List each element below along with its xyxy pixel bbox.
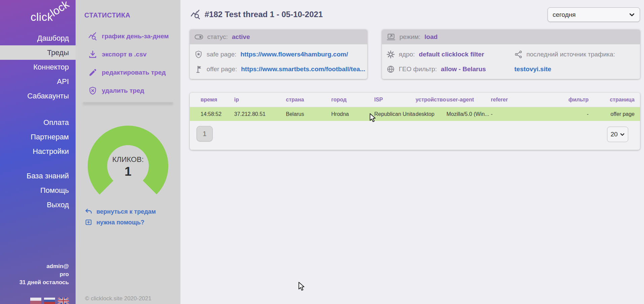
main-content: #182 Test thread 1 - 05-10-2021 сегодня …	[180, 0, 644, 304]
status-value: active	[232, 33, 250, 41]
cell-isp: Republican Unita...	[374, 111, 416, 117]
gauge-value: 1	[88, 165, 168, 179]
sidebar: click lock Дашборд Треды Коннектор API С…	[0, 0, 76, 304]
cell-filter: -	[568, 111, 589, 117]
pencil-icon	[88, 68, 97, 77]
column-header-page: страница	[589, 97, 635, 103]
chart-zoom-icon	[88, 32, 97, 41]
status-label: статус:	[207, 33, 228, 41]
undo-icon	[85, 208, 92, 215]
toggle-icon	[195, 33, 203, 41]
stats-links: вернуться к тредам нужна помощь?	[85, 206, 156, 228]
column-header-city: город	[331, 97, 374, 103]
russia-flag-icon[interactable]	[44, 298, 55, 304]
column-header-isp: ISP	[374, 97, 416, 103]
table-row[interactable]: 14:58:52 37.212.80.51 Belarus Hrodna Rep…	[190, 107, 640, 121]
logo-text-click: click	[31, 11, 53, 24]
geo-filter-label: ГЕО фильтр:	[399, 66, 437, 73]
link-label: вернуться к тредам	[96, 208, 156, 215]
sidebar-item-logout[interactable]: Выход	[0, 198, 76, 212]
gear-icon	[387, 50, 395, 58]
cell-time: 14:58:52	[201, 111, 234, 117]
kernel-row: ядро: default clicklock filter	[387, 47, 514, 62]
sidebar-item-help[interactable]: Помощь	[0, 183, 76, 198]
stats-panel: СТАТИСТИКА график день-за-днем экспорт в…	[76, 0, 180, 304]
offer-page-link[interactable]: https://www.smartbets.com/football/tea..…	[241, 66, 366, 73]
safe-page-link[interactable]: https://www.flowers4hamburg.com/	[241, 51, 348, 58]
cell-user-agent: Mozilla/5.0 (Win...	[446, 111, 491, 117]
action-label: удалить тред	[102, 87, 144, 94]
safe-page-row: safe page: https://www.flowers4hamburg.c…	[195, 47, 362, 62]
download-icon	[88, 50, 97, 59]
language-switcher	[30, 298, 69, 304]
page-title: #182 Test thread 1 - 05-10-2021	[205, 10, 323, 19]
account-email: admin@	[19, 262, 69, 270]
help-icon	[85, 219, 92, 226]
chevron-down-icon	[629, 12, 635, 18]
delete-thread-button[interactable]: удалить тред	[76, 82, 180, 100]
account-days-left: 31 дней осталось	[19, 278, 69, 287]
action-label: редактировать тред	[102, 69, 166, 76]
offer-page-row: offer page: https://www.smartbets.com/fo…	[195, 62, 362, 77]
sidebar-item-partners[interactable]: Партнерам	[0, 130, 76, 144]
shield-star-icon	[195, 50, 203, 58]
mode-label: режим:	[399, 33, 421, 41]
day-by-day-chart-button[interactable]: график день-за-днем	[76, 27, 180, 45]
action-label: график день-за-днем	[102, 33, 169, 40]
sidebar-item-dashboard[interactable]: Дашборд	[0, 31, 76, 45]
back-to-threads-link[interactable]: вернуться к тредам	[85, 206, 156, 217]
page-1-button[interactable]: 1	[197, 126, 213, 141]
clicks-table-card: время ip страна город ISP устройство use…	[190, 93, 640, 150]
sidebar-item-settings[interactable]: Настройки	[0, 144, 76, 159]
mode-card: режим: load ядро: default clicklock filt…	[382, 30, 640, 79]
sidebar-item-connector[interactable]: Коннектор	[0, 60, 76, 74]
link-label: нужна помощь?	[96, 219, 144, 226]
status-card-header: статус: active	[190, 30, 367, 44]
sidebar-item-knowledge-base[interactable]: База знаний	[0, 169, 76, 183]
cell-device: desktop	[416, 111, 446, 117]
sidebar-item-api[interactable]: API	[0, 74, 76, 89]
traffic-source-row: последний источник трафика:	[514, 47, 635, 62]
need-help-link[interactable]: нужна помощь?	[85, 217, 156, 228]
stats-actions: график день-за-днем экспорт в .csv редак…	[76, 27, 180, 100]
sidebar-item-subaccounts[interactable]: Сабакаунты	[0, 89, 76, 103]
period-select-value: сегодня	[553, 11, 576, 18]
account-info: admin@ pro 31 дней осталось	[19, 262, 69, 287]
sidebar-item-threads[interactable]: Треды	[0, 45, 76, 60]
geo-filter-row: ГЕО фильтр: allow - Belarus	[387, 62, 514, 77]
gauge-label: КЛИКОВ:	[88, 155, 168, 164]
share-icon	[514, 50, 522, 58]
sidebar-item-payment[interactable]: Оплата	[0, 115, 76, 130]
thread-header: #182 Test thread 1 - 05-10-2021	[190, 9, 323, 19]
period-select[interactable]: сегодня	[548, 7, 640, 22]
clicklock-logo: click lock	[31, 3, 71, 24]
page-size-select[interactable]: 20	[607, 127, 628, 142]
column-header-referer: referer	[491, 97, 568, 103]
traffic-source-link[interactable]: testovyi.site	[514, 66, 551, 73]
kernel-label: ядро:	[399, 51, 415, 58]
uk-flag-icon[interactable]	[58, 298, 69, 304]
cell-page: offer page	[589, 111, 635, 117]
clicks-gauge: КЛИКОВ: 1	[88, 126, 168, 206]
sidebar-menu: Дашборд Треды Коннектор API Сабакаунты О…	[0, 31, 76, 212]
mode-value: load	[425, 33, 438, 41]
export-csv-button[interactable]: экспорт в .csv	[76, 45, 180, 63]
action-label: экспорт в .csv	[102, 51, 146, 58]
safe-page-label: safe page:	[207, 51, 237, 58]
column-header-ip: ip	[234, 97, 286, 103]
traffic-source-link-row: testovyi.site	[514, 62, 635, 77]
traffic-source-label: последний источник трафика:	[526, 51, 615, 58]
mode-card-header: режим: load	[382, 30, 640, 44]
cell-ip: 37.212.80.51	[234, 111, 286, 117]
edit-thread-button[interactable]: редактировать тред	[76, 63, 180, 82]
cell-referer: -	[491, 111, 568, 117]
column-header-filter: фильтр	[568, 97, 589, 103]
table-header-row: время ip страна город ISP устройство use…	[190, 93, 640, 107]
cell-city: Hrodna	[331, 111, 374, 117]
poland-flag-icon[interactable]	[30, 298, 41, 304]
offer-page-label: offer page:	[207, 66, 237, 73]
status-card: статус: active safe page: https://www.fl…	[190, 30, 367, 79]
geo-filter-value: allow - Belarus	[441, 66, 486, 73]
cell-country: Belarus	[286, 111, 331, 117]
column-header-country: страна	[286, 97, 331, 103]
